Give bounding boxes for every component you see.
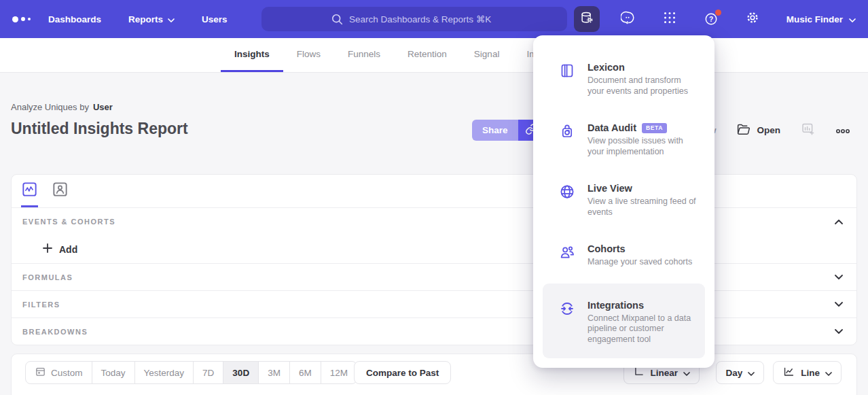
share-button[interactable]: Share — [472, 120, 518, 141]
report-tab-bar: Insights Flows Funnels Retention Signal … — [0, 38, 868, 73]
cohorts-people-icon — [559, 243, 575, 268]
date-range-group: Custom Today Yesterday 7D 30D 3M 6M 12M — [25, 361, 357, 384]
top-navigation-bar: Dashboards Reports Users — [0, 0, 868, 38]
tab-label: Retention — [408, 49, 447, 59]
page-title[interactable]: Untitled Insights Report — [11, 120, 188, 138]
date-range-label: 30D — [232, 368, 249, 378]
insights-chart-icon — [21, 181, 38, 201]
data-management-dropdown: Lexicon Document and transform your even… — [533, 35, 715, 368]
settings-button[interactable] — [740, 6, 765, 32]
lexicon-book-icon — [559, 62, 575, 97]
tab-retention[interactable]: Retention — [394, 38, 460, 72]
tab-flows[interactable]: Flows — [283, 38, 334, 72]
open-label: Open — [757, 125, 780, 135]
tab-signal[interactable]: Signal — [460, 38, 513, 72]
chevron-up-icon[interactable] — [835, 220, 843, 224]
toolbar-right-controls: Day Line — [716, 361, 842, 384]
more-options-button[interactable] — [835, 124, 850, 137]
data-management-button[interactable] — [574, 6, 600, 32]
database-gear-icon — [579, 10, 594, 28]
interval-dropdown[interactable]: Day — [716, 361, 764, 384]
tab-label: Insights — [234, 49, 270, 59]
add-to-board-button[interactable] — [801, 122, 815, 139]
tab-label: Signal — [474, 49, 500, 59]
chevron-down-icon — [849, 14, 856, 24]
header-actions: New Open — [698, 120, 850, 141]
chevron-down-icon — [683, 368, 690, 378]
date-range-yesterday[interactable]: Yesterday — [135, 362, 194, 383]
plus-icon — [43, 243, 52, 255]
menu-item-data-audit[interactable]: Data Audit BETA View possible issues wit… — [543, 112, 705, 167]
chevron-down-icon — [748, 368, 755, 378]
section-formulas[interactable]: FORMULAS — [12, 263, 856, 290]
integrations-sync-icon — [559, 300, 575, 345]
date-range-30d[interactable]: 30D — [223, 362, 259, 383]
tab-users-view[interactable] — [52, 181, 69, 207]
global-search[interactable] — [261, 7, 567, 31]
mixpanel-insights-screen: Dashboards Reports Users — [0, 0, 868, 395]
menu-item-title: Lexicon — [587, 62, 625, 73]
menu-item-cohorts[interactable]: Cohorts Manage your saved cohorts — [543, 233, 705, 278]
date-range-today[interactable]: Today — [92, 362, 135, 383]
add-event-button[interactable]: Add — [43, 243, 77, 255]
section-label: EVENTS & COHORTS — [22, 218, 115, 226]
section-events-cohorts[interactable]: EVENTS & COHORTS — [12, 208, 856, 235]
menu-item-description: View possible issues with your implement… — [587, 136, 697, 157]
menu-item-description: View a live streaming feed of events — [587, 196, 697, 218]
compare-to-past-button[interactable]: Compare to Past — [354, 361, 451, 384]
chevron-down-icon[interactable] — [835, 275, 843, 279]
nav-item-label: Reports — [128, 14, 163, 24]
section-label: FILTERS — [22, 300, 60, 309]
events-add-row: Add — [12, 235, 856, 263]
notification-dot — [715, 10, 721, 16]
nav-item-label: Users — [202, 14, 228, 24]
chart-type-dropdown[interactable]: Line — [773, 361, 842, 384]
globe-icon — [559, 183, 575, 218]
date-range-7d[interactable]: 7D — [194, 362, 223, 383]
chevron-down-icon[interactable] — [835, 329, 843, 334]
menu-item-title: Cohorts — [587, 243, 626, 254]
apps-grid-button[interactable] — [657, 6, 683, 32]
date-range-12m[interactable]: 12M — [321, 362, 357, 383]
menu-item-live-view[interactable]: Live View View a live streaming feed of … — [543, 173, 705, 228]
mixpanel-logo-icon[interactable] — [12, 16, 31, 22]
nav-item-users[interactable]: Users — [202, 14, 228, 24]
menu-item-lexicon[interactable]: Lexicon Document and transform your even… — [543, 52, 705, 107]
nav-item-reports[interactable]: Reports — [128, 14, 175, 24]
tab-funnels[interactable]: Funnels — [334, 38, 394, 72]
menu-item-integrations[interactable]: Integrations Connect Mixpanel to a data … — [543, 284, 705, 359]
search-input[interactable] — [349, 14, 497, 24]
share-label: Share — [482, 125, 508, 135]
add-label: Add — [59, 244, 77, 255]
project-switcher[interactable]: Music Finder — [786, 14, 856, 24]
menu-item-title: Data Audit — [587, 122, 636, 133]
breadcrumb-entity-user[interactable]: User — [93, 102, 113, 112]
date-range-custom[interactable]: Custom — [26, 362, 92, 383]
nav-item-dashboards[interactable]: Dashboards — [48, 14, 101, 24]
section-filters[interactable]: FILTERS — [12, 290, 856, 317]
chevron-down-icon — [168, 14, 175, 24]
tab-insights[interactable]: Insights — [221, 38, 283, 72]
chart-add-icon — [801, 122, 815, 139]
menu-item-title: Integrations — [587, 300, 644, 311]
chevron-down-icon[interactable] — [835, 302, 843, 307]
section-breakdowns[interactable]: BREAKDOWNS — [12, 317, 856, 345]
chart-type-label: Line — [801, 368, 820, 378]
interval-label: Day — [725, 368, 742, 378]
compare-label: Compare to Past — [366, 368, 439, 378]
project-name: Music Finder — [786, 14, 843, 24]
query-panel-tabs — [12, 175, 856, 208]
open-report-button[interactable]: Open — [736, 122, 780, 139]
grid-dots-icon — [663, 11, 676, 27]
help-button[interactable]: ? — [698, 6, 724, 32]
calendar-icon — [35, 366, 46, 379]
tab-metrics-view[interactable] — [21, 181, 38, 207]
chevron-down-icon — [825, 368, 832, 378]
nav-right-cluster: ? Music Finder — [574, 0, 856, 38]
date-range-3m[interactable]: 3M — [259, 362, 290, 383]
date-range-6m[interactable]: 6M — [290, 362, 321, 383]
help-icon: ? — [704, 12, 719, 27]
nav-links: Dashboards Reports Users — [48, 14, 228, 24]
feedback-button[interactable] — [615, 6, 641, 32]
query-builder-panel: EVENTS & COHORTS Add FORMULAS FILTERS — [11, 174, 857, 345]
